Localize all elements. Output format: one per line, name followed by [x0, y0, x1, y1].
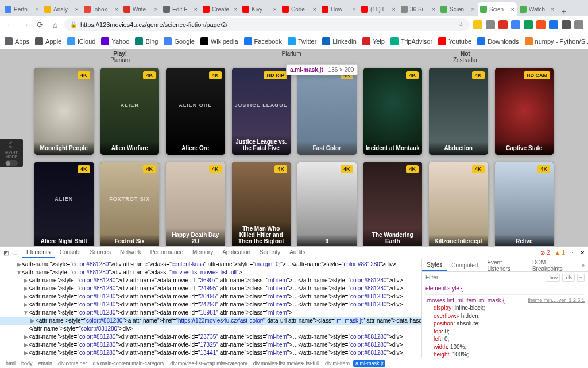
- browser-tab[interactable]: Perfo×: [2, 2, 41, 16]
- browser-tab[interactable]: Watch×: [517, 2, 556, 16]
- bookmark-item[interactable]: Twitter: [288, 37, 316, 45]
- reload-button[interactable]: ⟳: [34, 19, 46, 30]
- bookmark-item[interactable]: Bing: [135, 37, 158, 45]
- extension-icon[interactable]: [498, 20, 508, 29]
- devtools-tab[interactable]: Network: [115, 247, 146, 258]
- dom-tree-line[interactable]: ▼<attr-name">style="color:#881280">div a…: [0, 269, 421, 277]
- ad-item[interactable]: NotZestradar: [453, 51, 478, 63]
- bookmark-item[interactable]: Youtube: [438, 37, 471, 45]
- close-icon[interactable]: ×: [351, 6, 356, 13]
- devtools-inspect-icons[interactable]: ◩ ▭: [3, 250, 17, 256]
- styles-tab[interactable]: Computed: [447, 260, 482, 270]
- browser-tab[interactable]: 36 Si×: [399, 2, 438, 16]
- close-icon[interactable]: ×: [550, 6, 554, 13]
- breadcrumb-item[interactable]: a.ml-mask.jt: [353, 360, 386, 367]
- movie-card[interactable]: ALIEN4KAlien: Night Shift: [34, 162, 94, 246]
- bookmark-item[interactable]: Yahoo: [101, 37, 129, 45]
- css-rule[interactable]: element.style {: [425, 285, 585, 295]
- address-bar[interactable]: 🔒 https://123movies4u.cz/genre/science-f…: [64, 18, 470, 31]
- forward-button[interactable]: →: [20, 19, 31, 30]
- dom-tree-line[interactable]: ▶<attr-name">style="color:#881280">div a…: [0, 277, 421, 285]
- filter-action[interactable]: :hov: [546, 274, 560, 282]
- dom-tree-line[interactable]: ▶<attr-name">style="color:#881280">div a…: [0, 341, 421, 349]
- ad-item[interactable]: Plarium: [282, 51, 301, 63]
- movie-card[interactable]: 4KRelive: [495, 162, 554, 246]
- movie-card[interactable]: 4KAbduction: [429, 68, 488, 155]
- close-icon[interactable]: ×: [153, 6, 158, 13]
- inspect-element-icon[interactable]: ◩: [3, 250, 9, 256]
- more-icon[interactable]: »: [578, 262, 588, 269]
- extension-icon[interactable]: [511, 20, 520, 29]
- movie-card[interactable]: 4KIncident at Montauk: [363, 68, 423, 155]
- close-icon[interactable]: ×: [272, 6, 277, 13]
- close-icon[interactable]: ×: [510, 6, 514, 13]
- extension-icon[interactable]: [574, 20, 583, 29]
- error-count[interactable]: ⊘ 2: [540, 250, 550, 256]
- close-icon[interactable]: ×: [193, 6, 198, 13]
- bookmark-item[interactable]: Apple: [35, 37, 61, 45]
- styles-filter-input[interactable]: [425, 274, 546, 281]
- dom-tree-line[interactable]: ▶<attr-name">style="color:#881280">div a…: [0, 333, 421, 341]
- close-icon[interactable]: ×: [233, 6, 237, 13]
- breadcrumb-item[interactable]: #main: [36, 360, 55, 367]
- browser-tab[interactable]: Create×: [200, 2, 239, 16]
- devtools-close-icon[interactable]: ✕: [580, 250, 585, 256]
- dom-tree-line[interactable]: ▶<attr-name">style="color:#881280">div a…: [0, 293, 421, 301]
- browser-tab[interactable]: How×: [319, 2, 358, 16]
- browser-tab[interactable]: Scien×: [438, 2, 477, 16]
- browser-tab[interactable]: Edit F×: [161, 2, 200, 16]
- bookmark-item[interactable]: Facebook: [244, 37, 282, 45]
- browser-tab[interactable]: Inbox×: [82, 2, 121, 16]
- dom-tree-line[interactable]: ▼<attr-name">style="color:#881280">div a…: [0, 309, 421, 317]
- movie-card[interactable]: FOXTROT SIX4KFoxtrot Six: [100, 162, 160, 246]
- home-button[interactable]: ⌂: [49, 19, 61, 30]
- close-icon[interactable]: ×: [114, 6, 118, 13]
- bookmark-item[interactable]: Apps: [5, 37, 29, 45]
- browser-tab[interactable]: Write×: [121, 2, 160, 16]
- close-icon[interactable]: ×: [391, 6, 396, 13]
- browser-tab[interactable]: (15) I×: [359, 2, 398, 16]
- movie-card[interactable]: 4KMoonlight People: [34, 68, 94, 155]
- devtools-tab[interactable]: Application: [218, 247, 255, 258]
- dom-tree-line[interactable]: ▶<attr-name">style="color:#881280">a att…: [0, 317, 421, 325]
- styles-tab[interactable]: Styles: [422, 260, 447, 271]
- dom-tree-line[interactable]: ▶<attr-name">style="color:#881280">div a…: [0, 349, 421, 357]
- new-tab-button[interactable]: +: [557, 7, 571, 16]
- bookmark-item[interactable]: iCloud: [67, 37, 95, 45]
- breadcrumb-item[interactable]: div.main-content.main-category: [90, 360, 167, 367]
- filter-action[interactable]: +: [577, 274, 585, 282]
- extension-icon[interactable]: [562, 20, 571, 29]
- extension-icon[interactable]: [473, 20, 482, 29]
- bookmark-item[interactable]: TripAdvisor: [390, 37, 432, 45]
- devtools-menu-icon[interactable]: ⋮: [570, 250, 575, 256]
- devtools-tab[interactable]: Audits: [285, 247, 310, 258]
- movie-card[interactable]: 4KThe Man Who Killed Hitler and Then the…: [232, 162, 291, 246]
- devtools-tab[interactable]: Security: [255, 247, 285, 258]
- bookmark-item[interactable]: Yelp: [362, 37, 385, 45]
- elements-panel[interactable]: ▶<attr-name">style="color:#881280">div a…: [0, 259, 421, 358]
- back-button[interactable]: ←: [5, 19, 16, 30]
- extension-icon[interactable]: [524, 20, 533, 29]
- dom-tree-line[interactable]: ▶<attr-name">style="color:#881280">div a…: [0, 260, 421, 269]
- extension-icon[interactable]: [536, 20, 546, 29]
- movie-card[interactable]: 4KFast Color: [297, 68, 357, 155]
- browser-tab[interactable]: Scien×: [478, 2, 517, 16]
- bookmark-item[interactable]: Google: [164, 37, 194, 45]
- bookmark-item[interactable]: numpy - Python/S...: [525, 37, 588, 45]
- breadcrumb-item[interactable]: div.movies-list.movies-list-full: [251, 360, 322, 367]
- dom-tree-line[interactable]: </attr-name">style="color:#881280">div>: [0, 325, 421, 333]
- breadcrumb-item[interactable]: html: [3, 360, 18, 367]
- ad-item[interactable]: Play!Plarium: [110, 51, 130, 63]
- bookmark-item[interactable]: LinkedIn: [322, 37, 357, 45]
- browser-tab[interactable]: Kivy×: [240, 2, 279, 16]
- browser-tab[interactable]: Code×: [280, 2, 319, 16]
- bookmark-item[interactable]: Downloads: [477, 37, 519, 45]
- devtools-tab[interactable]: Console: [55, 247, 86, 258]
- bookmark-item[interactable]: Wikipedia: [200, 37, 238, 45]
- star-icon[interactable]: ☆: [458, 21, 464, 28]
- devtools-tab[interactable]: Elements: [22, 247, 55, 258]
- breadcrumb-item[interactable]: div.movies-list-wrap.mlw-category: [168, 360, 249, 367]
- toggle-pill[interactable]: [5, 160, 18, 166]
- browser-tab[interactable]: Analy×: [42, 2, 81, 16]
- breadcrumb-item[interactable]: div.container: [56, 360, 89, 367]
